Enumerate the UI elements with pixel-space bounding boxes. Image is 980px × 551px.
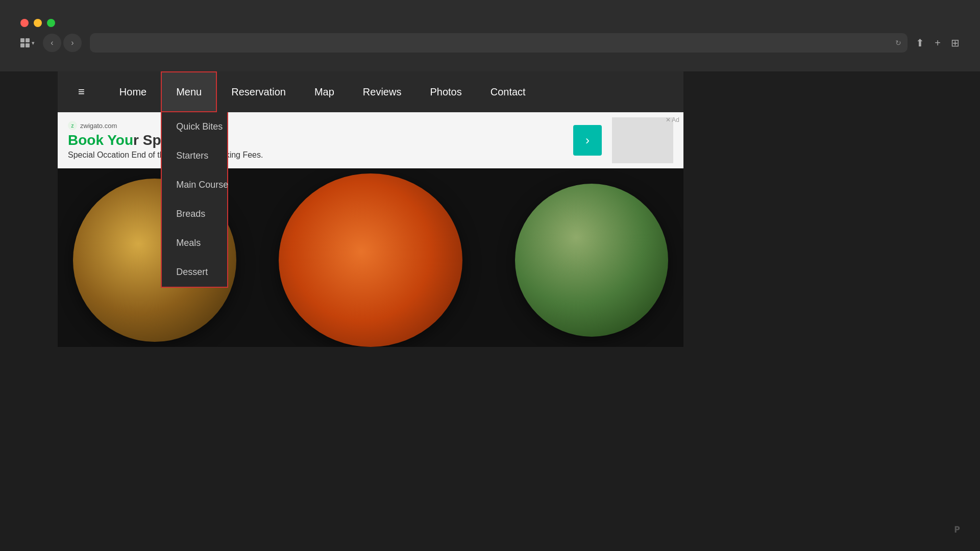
maximize-button[interactable] — [47, 19, 55, 27]
food-bowl-right — [515, 184, 668, 337]
traffic-lights — [20, 19, 960, 27]
website-content: ≡ Home Menu Quick Bites Starters — [58, 71, 683, 347]
dropdown-item-starters[interactable]: Starters — [162, 141, 227, 170]
ad-logo-icon: z — [68, 121, 77, 130]
ad-logo: z zwigato.com — [68, 121, 563, 130]
ad-content: z zwigato.com Book Your Special One! Spe… — [68, 121, 563, 160]
ad-banner: z zwigato.com Book Your Special One! Spe… — [58, 112, 683, 168]
nav-item-contact[interactable]: Contact — [476, 71, 540, 112]
back-button[interactable]: ‹ — [43, 34, 61, 52]
ad-logo-text: zwigato.com — [80, 122, 117, 130]
dropdown-item-quick-bites[interactable]: Quick Bites — [162, 112, 227, 141]
sidebar-icon — [20, 38, 30, 47]
nav-buttons: ‹ › — [43, 34, 82, 52]
sidebar-toggle[interactable]: ▾ — [20, 38, 35, 47]
address-bar[interactable]: ↻ — [90, 33, 908, 53]
ad-title: Book Your Special One! — [68, 132, 563, 148]
dropdown-item-breads[interactable]: Breads — [162, 199, 227, 229]
site-nav: ≡ Home Menu Quick Bites Starters — [58, 71, 683, 112]
browser-chrome: ▾ ‹ › ↻ ⬆ + ⊞ — [0, 0, 980, 71]
nav-item-reviews[interactable]: Reviews — [349, 71, 416, 112]
browser-actions: ⬆ + ⊞ — [916, 37, 960, 49]
ad-cta-button[interactable]: › — [573, 125, 602, 156]
share-icon[interactable]: ⬆ — [916, 37, 924, 49]
add-tab-icon[interactable]: + — [935, 37, 941, 49]
dropdown-item-meals[interactable]: Meals — [162, 229, 227, 258]
chevron-down-icon: ▾ — [32, 40, 35, 46]
ad-image — [612, 117, 673, 163]
hero-background — [58, 168, 683, 347]
dropdown-item-dessert[interactable]: Dessert — [162, 258, 227, 287]
nav-links: Home Menu Quick Bites Starters Main Cour — [105, 71, 663, 112]
nav-item-map[interactable]: Map — [300, 71, 349, 112]
nav-item-reservation[interactable]: Reservation — [217, 71, 300, 112]
nav-item-home[interactable]: Home — [105, 71, 161, 112]
hamburger-menu[interactable]: ≡ — [78, 85, 85, 98]
ad-subtitle: Special Occation End of the Month. No Bo… — [68, 151, 563, 160]
tab-overview-icon[interactable]: ⊞ — [951, 37, 960, 49]
forward-button[interactable]: › — [63, 34, 82, 52]
nav-item-menu[interactable]: Menu — [161, 71, 217, 112]
close-button[interactable] — [20, 19, 29, 27]
ad-close-button[interactable]: ✕ Ad — [666, 116, 679, 123]
nav-menu-container: Menu Quick Bites Starters Main Course Br… — [161, 71, 217, 112]
hero-section — [58, 168, 683, 347]
dropdown-item-main-course[interactable]: Main Course — [162, 170, 227, 199]
minimize-button[interactable] — [34, 19, 42, 27]
nav-item-photos[interactable]: Photos — [415, 71, 476, 112]
refresh-icon[interactable]: ↻ — [895, 39, 901, 47]
peripheral-logo: ᴾ — [954, 524, 960, 541]
browser-toolbar: ▾ ‹ › ↻ ⬆ + ⊞ — [20, 33, 960, 53]
food-bowl-center — [279, 173, 462, 347]
dropdown-menu: Quick Bites Starters Main Course Breads … — [161, 112, 228, 288]
